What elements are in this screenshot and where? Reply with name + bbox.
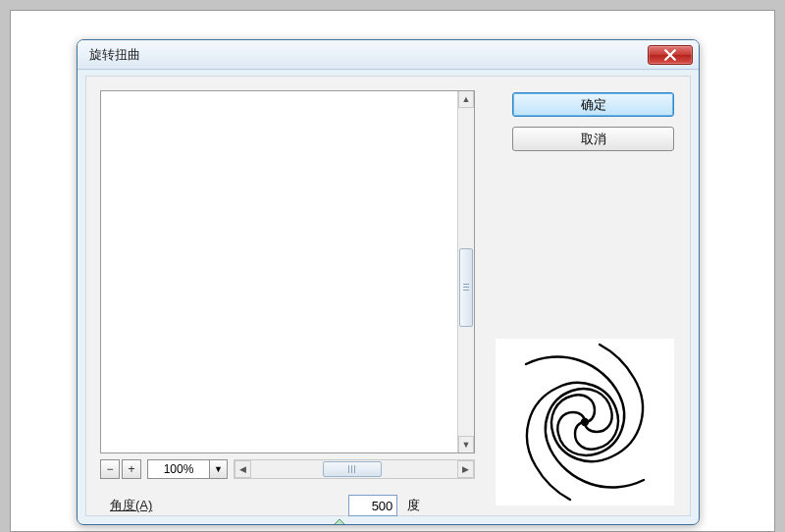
swirl-icon (496, 339, 674, 505)
close-icon (664, 49, 676, 61)
scroll-up-button[interactable]: ▲ (458, 91, 474, 108)
slider-thumb[interactable] (334, 519, 345, 525)
horizontal-scrollbar[interactable]: ◀ ▶ (234, 459, 475, 479)
zoom-value[interactable]: 100% (147, 459, 210, 479)
zoom-out-button[interactable]: − (100, 459, 120, 479)
preview-panel[interactable]: ▲ ▼ (100, 90, 475, 453)
close-button[interactable] (648, 45, 693, 65)
dialog-body: ▲ ▼ − + 100% ▼ ◀ ▶ 角度(A) 度 (85, 76, 691, 516)
horizontal-scroll-thumb[interactable] (323, 461, 382, 477)
angle-slider[interactable] (110, 520, 475, 525)
angle-label[interactable]: 角度(A) (110, 497, 152, 514)
button-column: 确定 取消 (512, 92, 674, 151)
angle-input[interactable] (348, 495, 397, 516)
scroll-down-button[interactable]: ▼ (458, 436, 474, 452)
zoom-bar: − + 100% ▼ ◀ ▶ (100, 459, 475, 481)
zoom-dropdown-button[interactable]: ▼ (210, 459, 228, 479)
zoom-in-button[interactable]: + (122, 459, 141, 479)
vertical-scrollbar[interactable]: ▲ ▼ (457, 91, 474, 452)
result-thumbnail (496, 339, 674, 505)
twirl-dialog: 旋转扭曲 ▲ ▼ − + 100% ▼ ◀ ▶ (77, 39, 700, 525)
dialog-titlebar[interactable]: 旋转扭曲 (78, 40, 699, 70)
ok-button[interactable]: 确定 (512, 92, 674, 117)
cancel-button[interactable]: 取消 (512, 127, 674, 151)
dialog-title: 旋转扭曲 (89, 46, 648, 64)
vertical-scroll-thumb[interactable] (459, 248, 473, 327)
angle-row: 角度(A) 度 (110, 495, 420, 516)
scroll-right-button[interactable]: ▶ (457, 460, 474, 478)
angle-unit: 度 (407, 497, 420, 514)
scroll-left-button[interactable]: ◀ (235, 460, 251, 478)
